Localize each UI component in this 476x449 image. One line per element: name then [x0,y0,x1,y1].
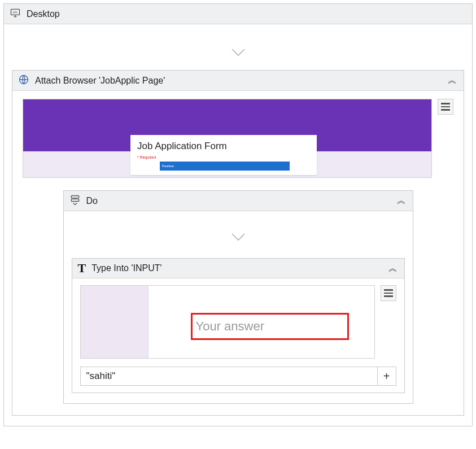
sequence-icon [69,194,81,207]
attach-browser-body: Job Application Form * Required Position [12,91,464,415]
do-body: T Type Into 'INPUT' ︽ [64,211,413,403]
do-header[interactable]: Do ︽ [64,191,413,211]
screenshot-required-hint: * Required [137,155,310,159]
desktop-icon [10,7,21,20]
desktop-activity-header[interactable]: Desktop [4,4,472,24]
type-into-options-button[interactable] [381,285,396,301]
type-into-value-row: + [80,367,396,386]
type-into-screenshot[interactable]: Your answer [80,285,375,359]
globe-icon [18,74,29,87]
attach-browser-selector-row: Job Application Form * Required Position [23,99,453,178]
collapse-icon[interactable]: ︽ [396,195,407,207]
expression-editor-button[interactable]: + [377,367,396,386]
svg-rect-3 [71,199,78,201]
screenshot-form-card: Job Application Form * Required Position [130,130,317,175]
desktop-body: Attach Browser 'JobApplic Page' ︽ Job Ap… [4,24,472,426]
screenshot-dropdown-text: Position [162,164,174,168]
attach-browser-header[interactable]: Attach Browser 'JobApplic Page' ︽ [12,71,464,91]
collapse-icon[interactable]: ︽ [447,75,458,86]
do-activity: Do ︽ T Type Into 'INPUT' [63,190,413,404]
desktop-activity: Desktop Attach Browser 'JobApplic Page' … [3,3,473,426]
do-title: Do [86,196,390,206]
type-into-activity: T Type Into 'INPUT' ︽ [72,258,405,393]
attach-browser-activity: Attach Browser 'JobApplic Page' ︽ Job Ap… [12,70,464,416]
desktop-title: Desktop [27,9,466,19]
type-into-selector-row: Your answer [80,285,396,359]
flow-arrow-icon [72,232,405,245]
attach-browser-title: Attach Browser 'JobApplic Page' [35,76,441,86]
type-into-title: Type Into 'INPUT' [91,263,381,273]
screenshot-target-highlight: Your answer [191,313,349,340]
type-into-body: Your answer [72,278,404,393]
type-into-header[interactable]: T Type Into 'INPUT' ︽ [72,259,404,278]
screenshot-placeholder-text: Your answer [196,319,264,334]
flow-arrow-icon [12,47,464,60]
attach-browser-screenshot[interactable]: Job Application Form * Required Position [23,99,432,178]
screenshot-dropdown: Position [160,162,290,171]
screenshot-form-title: Job Application Form [137,141,310,152]
collapse-icon[interactable]: ︽ [387,263,399,274]
screenshot-left-panel [81,286,149,358]
type-into-value-input[interactable] [80,367,377,386]
svg-rect-2 [71,196,78,198]
attach-browser-options-button[interactable] [438,99,453,115]
type-icon: T [78,262,86,274]
